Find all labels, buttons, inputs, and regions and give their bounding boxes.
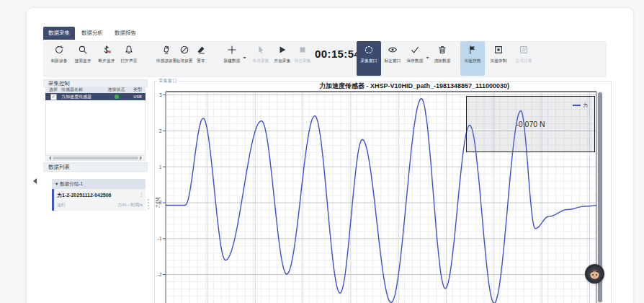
- zero-button[interactable]: 置零: [189, 43, 213, 74]
- data-list-title: 数据列表: [48, 164, 70, 171]
- data-run-axes: 力/N－时间/s: [117, 202, 143, 208]
- experiment-record-button[interactable]: 实验录制: [486, 43, 511, 74]
- process-icon: [179, 43, 189, 56]
- bluetooth-off-icon: [102, 43, 112, 56]
- y-tick-label: -2: [158, 272, 162, 277]
- table-row[interactable]: ✓ 力加速度传感器 USB: [45, 93, 146, 100]
- collection-control-title: 采集控制: [48, 80, 70, 87]
- data-run-title: 力1-2-20251112-042506: [57, 192, 146, 199]
- eraser-icon: [196, 43, 206, 56]
- assistant-avatar-button[interactable]: [585, 264, 604, 284]
- single-point-capture-button[interactable]: 单点采集: [249, 43, 273, 74]
- search-bluetooth-button[interactable]: 搜索蓝牙: [71, 43, 95, 74]
- y-tick-label: 2: [159, 128, 162, 133]
- tab-data-collection[interactable]: 数据采集: [43, 27, 75, 40]
- sensor-checkbox[interactable]: ✓: [50, 94, 57, 100]
- sensor-type: USB: [130, 95, 146, 99]
- chart-title: 力加速度传感器 - XHSP-V10HID_path_-1981348857_1…: [274, 82, 555, 91]
- capture-timer: 00:15:54: [315, 48, 360, 60]
- tab-data-report[interactable]: 数据报告: [109, 27, 141, 40]
- column-type: 类型: [130, 87, 146, 93]
- y-tick-label: 3: [159, 92, 162, 97]
- sensor-table-body: [45, 100, 146, 154]
- column-connection-status: 连接状态: [103, 87, 130, 93]
- chevron-down-icon[interactable]: [425, 50, 430, 63]
- check-icon: [410, 43, 420, 56]
- refresh-device-button[interactable]: 刷新设备: [47, 43, 71, 74]
- sidebar-collapse-arrow[interactable]: [30, 178, 37, 184]
- stop-capture-button[interactable]: 停止采集: [290, 43, 315, 74]
- status-dot: [115, 95, 119, 99]
- data-run-status: 运行: [57, 202, 66, 208]
- record-icon: [493, 43, 504, 56]
- eye-icon: [388, 43, 398, 56]
- data-list-header: 数据列表: [43, 162, 148, 172]
- horizontal-scrollbar[interactable]: [45, 155, 146, 161]
- capture-window-button[interactable]: 采集窗口: [357, 41, 381, 76]
- trash-icon: [437, 43, 447, 56]
- legend-label: 力: [583, 102, 588, 109]
- sensor-icon: [161, 43, 171, 56]
- tab-bar: 数据采集 数据分析 数据报告: [43, 27, 141, 40]
- formula-icon: [519, 43, 529, 56]
- stop-icon: [298, 43, 308, 56]
- y-tick-label: 1: [159, 164, 162, 170]
- scroll-right-arrow[interactable]: [140, 156, 144, 160]
- sensor-table-header: 选择 传感器名称 连接状态 类型: [45, 87, 146, 93]
- clear-data-button[interactable]: 清除数据: [430, 43, 455, 74]
- legend-line-swatch: [573, 105, 581, 106]
- person-face-icon: [587, 266, 602, 281]
- column-sensor-name: 传感器名称: [61, 87, 103, 93]
- sound-on-button[interactable]: 打开声音: [117, 43, 141, 74]
- experiment-chart-button[interactable]: 实验挂图: [460, 41, 485, 76]
- calibration-window-button[interactable]: 标定窗口: [380, 43, 405, 74]
- flag-icon: [468, 43, 478, 56]
- pointer-icon: [256, 43, 266, 56]
- scroll-left-arrow[interactable]: [47, 156, 51, 160]
- search-icon: [78, 43, 88, 56]
- plus-icon: [227, 43, 237, 56]
- dashed-circle-icon: [364, 43, 374, 56]
- measurement-value: -0.070 N: [516, 120, 545, 128]
- chevron-down-icon[interactable]: [242, 50, 247, 63]
- data-run-item[interactable]: 力1-2-20251112-042506 ⋮ 运行 力/N－时间/s: [52, 189, 146, 211]
- data-group-row[interactable]: ▾ 数据分组-1: [52, 179, 146, 189]
- panel-splitter-handle[interactable]: [148, 199, 149, 209]
- bell-icon: [124, 43, 134, 56]
- chevron-down-icon[interactable]: ▾: [55, 181, 58, 187]
- kebab-menu-icon[interactable]: ⋮: [139, 192, 144, 197]
- scrollbar-thumb[interactable]: [53, 157, 138, 159]
- refresh-icon: [54, 43, 64, 56]
- save-data-button[interactable]: 保存数据: [403, 43, 427, 74]
- y-tick-label: -1: [158, 236, 162, 241]
- formula-calc-button[interactable]: 公式计算: [511, 43, 536, 74]
- y-axis-label: 力[N]: [155, 190, 161, 215]
- column-select: 选择: [45, 87, 61, 93]
- data-group-label: 数据分组-1: [60, 181, 83, 188]
- sensor-name: 力加速度传感器: [61, 94, 103, 100]
- tab-data-analysis[interactable]: 数据分析: [76, 27, 108, 40]
- chart-legend: 力: [573, 102, 588, 109]
- play-icon: [277, 43, 287, 56]
- new-data-button[interactable]: 新建数据: [220, 43, 244, 74]
- disconnect-bluetooth-button[interactable]: 断开蓝牙: [94, 43, 119, 74]
